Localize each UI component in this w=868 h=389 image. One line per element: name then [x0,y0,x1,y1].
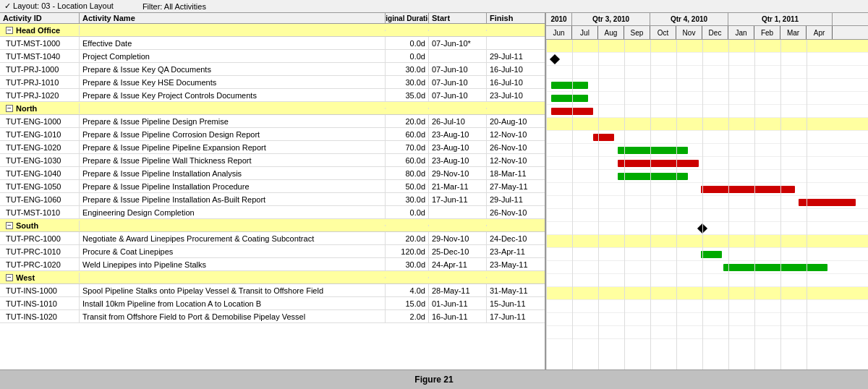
table-row[interactable]: TUT-PRC-1020 Weld Linepipes into Pipelin… [0,258,545,271]
cell-finish-1-2: 26-Nov-10 [487,141,545,153]
cell-finish-3-0: 31-May-11 [487,284,545,296]
header-activity-id: Activity ID [0,13,80,23]
main-container: ✓ Layout: 03 - Location Layout Filter: A… [0,0,868,389]
table-row[interactable]: TUT-ENG-1000 Prepare & Issue Pipeline De… [0,115,545,128]
table-row[interactable]: TUT-PRC-1010 Procure & Coat Linepipes 12… [0,245,545,258]
cell-start-2-1: 25-Dec-10 [429,245,487,257]
cell-name-1-0: Prepare & Issue Pipeline Design Premise [80,115,386,127]
cell-dur-0-2: 30.0d [386,63,429,75]
gantt-row [546,40,868,53]
cell-finish-1-5: 27-May-11 [487,180,545,192]
table-row[interactable]: TUT-ENG-1060 Prepare & Issue Pipeline In… [0,193,545,206]
table-row[interactable]: TUT-ENG-1040 Prepare & Issue Pipeline In… [0,167,545,180]
month-label-dec: Dec [702,26,728,39]
gantt-bar [618,173,688,180]
gantt-header-row2: JunJulAugSepOctNovDecJanFebMarApr [546,26,868,39]
table-row[interactable]: TUT-PRJ-1000 Prepare & Issue Key QA Docu… [0,63,545,76]
group-toggle-0[interactable]: − Head Office [0,25,80,35]
table-row[interactable]: TUT-MST-1000 Effective Date 0.0d 07-Jun-… [0,37,545,50]
quarter-label: Qtr 4, 2010 [650,13,728,25]
group-toggle-1[interactable]: − North [0,103,80,114]
gantt-vline [807,40,807,369]
table-row[interactable]: TUT-PRJ-1020 Prepare & Issue Key Project… [0,89,545,102]
cell-id-1-7: TUT-MST-1010 [0,206,80,218]
cell-dur-0-4: 35.0d [386,89,429,101]
cell-finish-0-2: 16-Jul-10 [487,63,545,75]
gantt-vline [598,40,599,369]
cell-dur-1-3: 60.0d [386,154,429,166]
cell-id-1-0: TUT-ENG-1000 [0,115,80,127]
group-finish-3 [487,277,545,278]
table-row[interactable]: TUT-ENG-1020 Prepare & Issue Pipeline Pi… [0,141,545,154]
gantt-vline [780,40,781,369]
cell-name-3-1: Install 10km Pipeline from Location A to… [80,297,386,309]
header-orig-dur: Original Duration [386,13,429,23]
cell-id-3-0: TUT-INS-1000 [0,284,80,296]
cell-dur-2-0: 20.0d [386,232,429,244]
cell-start-1-1: 23-Aug-10 [429,128,487,140]
table-row[interactable]: TUT-INS-1000 Spool Pipeline Stalks onto … [0,284,545,297]
month-label-aug: Aug [598,26,624,39]
cell-name-3-2: Transit from Offshore Field to Port & De… [80,310,386,322]
month-label-sep: Sep [624,26,650,39]
group-header-south: − South [0,219,545,232]
cell-id-0-0: TUT-MST-1000 [0,37,80,49]
cell-start-1-2: 23-Aug-10 [429,141,487,153]
cell-dur-2-2: 30.0d [386,258,429,270]
table-row[interactable]: TUT-MST-1040 Project Completion 0.0d 29-… [0,50,545,63]
cell-id-1-1: TUT-ENG-1010 [0,128,80,140]
group-toggle-3[interactable]: − West [0,273,80,283]
gantt-bar [723,264,827,271]
group-finish-0 [487,30,545,31]
group-name-cell-1 [80,108,386,109]
filter-label: Filter: All Activities [142,2,206,11]
month-label-apr: Apr [807,26,833,39]
table-row[interactable]: TUT-ENG-1010 Prepare & Issue Pipeline Co… [0,128,545,141]
gantt-row [546,274,868,287]
table-row[interactable]: TUT-INS-1010 Install 10km Pipeline from … [0,297,545,310]
gantt-row [546,170,868,183]
cell-name-0-1: Project Completion [80,50,386,62]
gantt-header: 2010Qtr 3, 2010Qtr 4, 2010Qtr 1, 2011 Ju… [546,13,868,40]
cell-id-1-4: TUT-ENG-1040 [0,167,80,179]
table-row[interactable]: TUT-ENG-1050 Prepare & Issue Pipeline In… [0,180,545,193]
group-dur-2 [386,225,429,226]
cell-name-1-1: Prepare & Issue Pipeline Corrosion Desig… [80,128,386,140]
cell-dur-0-1: 0.0d [386,50,429,62]
cell-id-1-6: TUT-ENG-1060 [0,193,80,205]
cell-name-0-4: Prepare & Issue Key Project Controls Doc… [80,89,386,101]
table-row[interactable]: TUT-MST-1010 Engineering Design Completi… [0,206,545,219]
gantt-vline [650,40,651,369]
month-label-jul: Jul [572,26,598,39]
table-row[interactable]: TUT-INS-1020 Transit from Offshore Field… [0,310,545,323]
header-finish: Finish [487,13,545,23]
table-row[interactable]: TUT-PRJ-1010 Prepare & Issue Key HSE Doc… [0,76,545,89]
cell-name-0-3: Prepare & Issue Key HSE Documents [80,76,386,88]
gantt-row [546,131,868,144]
gantt-bar [551,82,587,89]
figure-caption: Figure 21 [0,369,868,389]
group-dur-0 [386,30,429,31]
group-start-2 [429,225,487,226]
group-toggle-2[interactable]: − South [0,221,80,231]
cell-id-2-0: TUT-PRC-1000 [0,232,80,244]
gantt-row [546,118,868,131]
cell-id-3-2: TUT-INS-1020 [0,310,80,322]
cell-start-2-0: 29-Nov-10 [429,232,487,244]
gantt-row [546,92,868,105]
gantt-row [546,313,868,326]
content-area: Activity ID Activity Name Original Durat… [0,13,868,369]
gantt-vline [702,40,703,369]
cell-id-0-4: TUT-PRJ-1020 [0,89,80,101]
cell-start-0-2: 07-Jun-10 [429,63,487,75]
gantt-vline [754,40,755,369]
table-row[interactable]: TUT-ENG-1030 Prepare & Issue Pipeline Wa… [0,154,545,167]
gantt-header-row1: 2010Qtr 3, 2010Qtr 4, 2010Qtr 1, 2011 [546,13,868,26]
cell-id-0-2: TUT-PRJ-1000 [0,63,80,75]
cell-dur-1-7: 0.0d [386,206,429,218]
left-table: Activity ID Activity Name Original Durat… [0,13,546,369]
gantt-row [546,144,868,157]
quarter-label: Qtr 1, 2011 [728,13,833,25]
table-row[interactable]: TUT-PRC-1000 Negotiate & Award Linepipes… [0,232,545,245]
cell-finish-1-4: 18-Mar-11 [487,167,545,179]
